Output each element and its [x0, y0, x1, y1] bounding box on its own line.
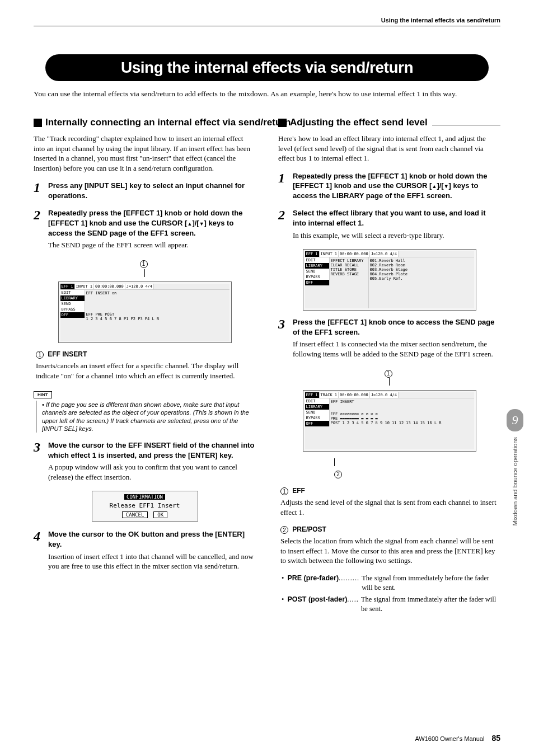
callout-num-icon: 2	[280, 526, 288, 534]
header-section: Using the internal effects via send/retu…	[34, 17, 500, 26]
arrow-down-icon	[199, 219, 204, 227]
lcd-screen-label: EFF 1	[305, 392, 320, 398]
right-step-1: 1 Repeatedly press the [EFFECT 1] knob o…	[278, 171, 500, 203]
right-column: Adjusting the effect send level Here's h…	[278, 116, 500, 616]
hint-label: HINT	[34, 391, 52, 398]
arrow-down-icon	[444, 181, 449, 190]
bullet-pre: • PRE (pre-fader) ......... The signal f…	[282, 574, 500, 593]
lcd-lib-header: EFFECT LIBRARY	[331, 259, 367, 263]
chapter-number: 9	[507, 409, 523, 431]
step-title-part: ]/[	[192, 219, 199, 227]
right-step-2: 2 Select the effect library that you wan…	[278, 208, 500, 243]
heading-rule	[432, 125, 500, 125]
lcd-lib-btn: TITLE STORE	[331, 267, 367, 272]
lcd-tempo: J=120.0 4/4	[370, 251, 399, 257]
manual-name: AW1600 Owner's Manual	[415, 735, 484, 742]
callout-eff: 1 EFF	[280, 486, 500, 495]
lcd-sub: EFF INSERT on	[86, 291, 228, 295]
lcd-time: 00:00:00.000	[339, 251, 370, 257]
right-heading: Adjusting the effect send level	[290, 116, 428, 128]
cancel-button[interactable]: CANCEL	[122, 511, 148, 518]
left-step-1: 1 Press any [INPUT SEL] key to select an…	[34, 181, 256, 203]
callout-1: 1 EFF INSERT	[36, 350, 256, 359]
step-number: 3	[278, 317, 293, 362]
page-title-bar: Using the internal effects via send/retu…	[45, 54, 489, 81]
callout-marker-1: 1	[140, 260, 148, 268]
callout-label: EFF INSERT	[48, 350, 87, 358]
step-title: Press any [INPUT SEL] key to select an i…	[48, 181, 256, 200]
lcd-lib-item: 003.Reverb Stage	[370, 267, 473, 272]
lcd-screenshot-eff1-input: EFF 1 INPUT 1 00:00:00.000 J=120.0 4/4 E…	[58, 281, 232, 343]
lcd-input-label: INPUT 1	[75, 284, 95, 289]
callout-num-icon: 1	[36, 351, 44, 359]
lcd-tab: LIBRARY	[305, 404, 330, 410]
lcd-lib-footer: REVERB STAGE	[331, 272, 367, 276]
lcd-tab: OFF	[305, 280, 330, 285]
callout-label: EFF	[292, 487, 305, 495]
lcd-lib-btn: CLEAR RECALL	[331, 263, 367, 267]
step-number: 3	[34, 440, 48, 485]
callout-desc: Selects the location from which the sign…	[280, 536, 500, 566]
lcd-tab: BYPASS	[305, 274, 330, 280]
callout-desc: Inserts/cancels an insert effect for a s…	[36, 361, 256, 381]
lcd-tempo: J=120.0 4/4	[125, 284, 154, 289]
hint-text: • If the page you see is different than …	[42, 401, 256, 433]
lcd-input-label: INPUT 1	[320, 251, 339, 257]
lcd-time: 00:00:00.000	[94, 284, 125, 289]
callout-label: PRE/POST	[292, 525, 326, 533]
lcd-lib-item: 002.Reverb Room	[370, 263, 473, 267]
step-desc: The SEND page of the EFF1 screen will ap…	[48, 240, 256, 250]
step-title: Repeatedly press the [EFFECT 1] knob or …	[48, 208, 256, 238]
intro-paragraph: You can use the internal effects via sen…	[34, 89, 500, 100]
lcd-sub: EFF ⊘⊘⊘⊘⊘⊘⊘⊘ ⊘ ⊘ ⊘ ⊘	[331, 412, 473, 416]
step-number: 2	[278, 208, 293, 243]
lcd-sub: EFF INSERT	[331, 400, 473, 404]
lcd-tab: SEND	[60, 301, 85, 307]
lcd-lib-item: 004.Reverb Plate	[370, 272, 473, 276]
confirm-header: CONFIRMATION	[124, 494, 165, 500]
lcd-time: 00:00:00.000	[339, 392, 370, 398]
step-title: Select the effect library that you want …	[293, 208, 500, 228]
bullet-desc: The signal from immediately after the fa…	[361, 595, 500, 614]
step-number: 2	[34, 208, 48, 253]
lcd-screenshot-eff1-track: EFF 1 TRACK 1 00:00:00.000 J=120.0 4/4 E…	[303, 390, 476, 452]
lcd-lib-item: 005.Early Ref.	[370, 276, 473, 281]
lcd-sub: EFF PRE POST	[86, 312, 228, 317]
page-title: Using the internal effects via send/retu…	[62, 59, 472, 77]
step-desc: If insert effect 1 is connected via the …	[293, 339, 500, 359]
lcd-tab: EDIT	[60, 290, 85, 295]
bullet-post: • POST (post-fader) ..... The signal fro…	[282, 595, 500, 614]
step-desc: A popup window will ask you to confirm t…	[48, 462, 256, 482]
bullet-label: POST (post-fader)	[287, 595, 347, 614]
right-para1: Here's how to load an effect library int…	[278, 134, 500, 163]
lcd-tab: BYPASS	[305, 415, 330, 421]
lcd-tab: BYPASS	[60, 307, 85, 312]
callout-marker-2: 2	[334, 471, 342, 478]
step-number: 1	[278, 171, 293, 203]
lcd-tab: OFF	[60, 312, 85, 318]
lcd-sub: PRE ▬▬▬▬▬▬▬▬ ▬ ▬ ▬ ▬	[331, 416, 473, 421]
step-title-part: ]/[	[437, 181, 443, 190]
left-para1: The "Track recording" chapter explained …	[34, 134, 256, 173]
lcd-tempo: J=120.0 4/4	[370, 392, 399, 398]
lcd-tab: SEND	[305, 410, 330, 415]
right-step-3: 3 Press the [EFFECT 1] knob once to acce…	[278, 317, 500, 362]
step-title: Repeatedly press the [EFFECT 1] knob or …	[293, 171, 500, 201]
callout-prepost: 2 PRE/POST	[280, 525, 500, 534]
left-step-2: 2 Repeatedly press the [EFFECT 1] knob o…	[34, 208, 256, 253]
step-desc: In this example, we will select a reverb…	[293, 231, 500, 241]
lcd-tab: LIBRARY	[305, 263, 330, 269]
lcd-tab: SEND	[305, 269, 330, 274]
bullet-desc: The signal from immediately before the f…	[362, 574, 500, 593]
hint-body: • If the page you see is different than …	[36, 401, 256, 433]
confirm-text: Release EFF1 Insert	[110, 502, 180, 509]
step-desc: Insertion of insert effect 1 into that c…	[48, 552, 256, 571]
step-title: Move the cursor to the OK button and pre…	[48, 529, 256, 549]
lcd-tab: EDIT	[305, 398, 330, 404]
lcd-footer-nums: 1 2 3 4 5 6 7 8 P1 P2 P3 P4 L R	[86, 317, 228, 321]
ok-button[interactable]: OK	[153, 511, 167, 518]
left-step-4: 4 Move the cursor to the OK button and p…	[34, 529, 256, 574]
lcd-sub: POST 1 2 3 4 5 6 7 8 9 10 11 12 13 14 15…	[331, 421, 473, 425]
square-bullet-icon	[278, 119, 287, 127]
lcd-screen-label: EFF 1	[305, 251, 320, 257]
